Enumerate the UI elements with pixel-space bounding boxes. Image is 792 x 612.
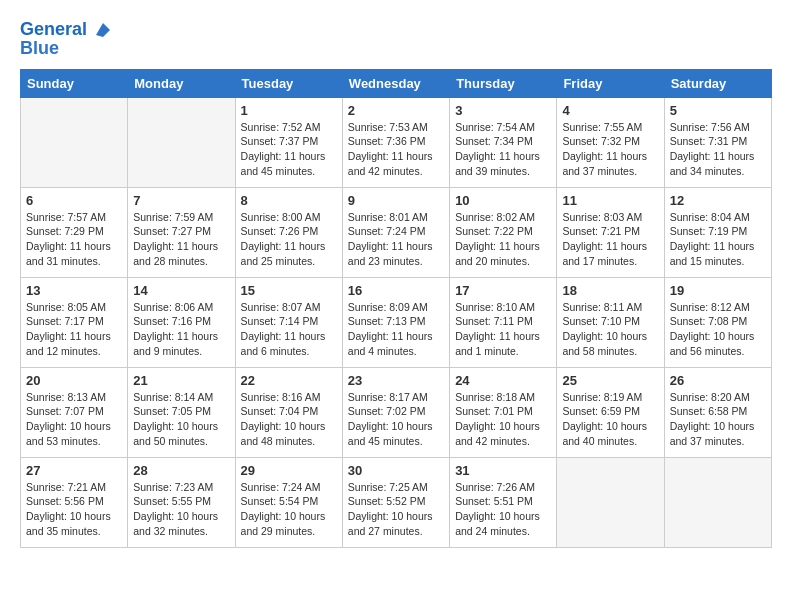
- day-number: 30: [348, 463, 444, 478]
- day-number: 6: [26, 193, 122, 208]
- day-info: Sunrise: 7:23 AMSunset: 5:55 PMDaylight:…: [133, 480, 229, 539]
- calendar-cell: 26Sunrise: 8:20 AMSunset: 6:58 PMDayligh…: [664, 367, 771, 457]
- calendar-cell: 9Sunrise: 8:01 AMSunset: 7:24 PMDaylight…: [342, 187, 449, 277]
- week-row-2: 6Sunrise: 7:57 AMSunset: 7:29 PMDaylight…: [21, 187, 772, 277]
- day-number: 14: [133, 283, 229, 298]
- logo-icon: [94, 21, 112, 39]
- calendar-cell: [128, 97, 235, 187]
- weekday-header-saturday: Saturday: [664, 69, 771, 97]
- calendar-cell: 2Sunrise: 7:53 AMSunset: 7:36 PMDaylight…: [342, 97, 449, 187]
- weekday-header-thursday: Thursday: [450, 69, 557, 97]
- weekday-header-monday: Monday: [128, 69, 235, 97]
- day-number: 25: [562, 373, 658, 388]
- day-number: 31: [455, 463, 551, 478]
- calendar-cell: 28Sunrise: 7:23 AMSunset: 5:55 PMDayligh…: [128, 457, 235, 547]
- day-number: 27: [26, 463, 122, 478]
- calendar-cell: 25Sunrise: 8:19 AMSunset: 6:59 PMDayligh…: [557, 367, 664, 457]
- calendar-cell: 31Sunrise: 7:26 AMSunset: 5:51 PMDayligh…: [450, 457, 557, 547]
- calendar-cell: 11Sunrise: 8:03 AMSunset: 7:21 PMDayligh…: [557, 187, 664, 277]
- day-info: Sunrise: 7:21 AMSunset: 5:56 PMDaylight:…: [26, 480, 122, 539]
- day-number: 13: [26, 283, 122, 298]
- day-info: Sunrise: 7:57 AMSunset: 7:29 PMDaylight:…: [26, 210, 122, 269]
- calendar-cell: 27Sunrise: 7:21 AMSunset: 5:56 PMDayligh…: [21, 457, 128, 547]
- calendar-cell: 21Sunrise: 8:14 AMSunset: 7:05 PMDayligh…: [128, 367, 235, 457]
- day-number: 4: [562, 103, 658, 118]
- day-number: 7: [133, 193, 229, 208]
- week-row-4: 20Sunrise: 8:13 AMSunset: 7:07 PMDayligh…: [21, 367, 772, 457]
- day-info: Sunrise: 7:53 AMSunset: 7:36 PMDaylight:…: [348, 120, 444, 179]
- day-number: 19: [670, 283, 766, 298]
- day-number: 26: [670, 373, 766, 388]
- day-number: 11: [562, 193, 658, 208]
- weekday-header-sunday: Sunday: [21, 69, 128, 97]
- day-number: 15: [241, 283, 337, 298]
- week-row-5: 27Sunrise: 7:21 AMSunset: 5:56 PMDayligh…: [21, 457, 772, 547]
- calendar-cell: 12Sunrise: 8:04 AMSunset: 7:19 PMDayligh…: [664, 187, 771, 277]
- weekday-header-wednesday: Wednesday: [342, 69, 449, 97]
- day-info: Sunrise: 8:12 AMSunset: 7:08 PMDaylight:…: [670, 300, 766, 359]
- day-info: Sunrise: 7:26 AMSunset: 5:51 PMDaylight:…: [455, 480, 551, 539]
- calendar-cell: [557, 457, 664, 547]
- day-number: 8: [241, 193, 337, 208]
- day-info: Sunrise: 8:03 AMSunset: 7:21 PMDaylight:…: [562, 210, 658, 269]
- day-number: 22: [241, 373, 337, 388]
- day-info: Sunrise: 7:24 AMSunset: 5:54 PMDaylight:…: [241, 480, 337, 539]
- day-info: Sunrise: 8:09 AMSunset: 7:13 PMDaylight:…: [348, 300, 444, 359]
- day-info: Sunrise: 7:52 AMSunset: 7:37 PMDaylight:…: [241, 120, 337, 179]
- calendar-cell: 15Sunrise: 8:07 AMSunset: 7:14 PMDayligh…: [235, 277, 342, 367]
- day-info: Sunrise: 8:06 AMSunset: 7:16 PMDaylight:…: [133, 300, 229, 359]
- day-number: 12: [670, 193, 766, 208]
- calendar-cell: 24Sunrise: 8:18 AMSunset: 7:01 PMDayligh…: [450, 367, 557, 457]
- day-info: Sunrise: 8:01 AMSunset: 7:24 PMDaylight:…: [348, 210, 444, 269]
- day-number: 29: [241, 463, 337, 478]
- day-number: 9: [348, 193, 444, 208]
- day-info: Sunrise: 8:20 AMSunset: 6:58 PMDaylight:…: [670, 390, 766, 449]
- header: General Blue: [20, 20, 772, 59]
- day-info: Sunrise: 8:07 AMSunset: 7:14 PMDaylight:…: [241, 300, 337, 359]
- day-info: Sunrise: 7:56 AMSunset: 7:31 PMDaylight:…: [670, 120, 766, 179]
- calendar-cell: 16Sunrise: 8:09 AMSunset: 7:13 PMDayligh…: [342, 277, 449, 367]
- day-info: Sunrise: 8:05 AMSunset: 7:17 PMDaylight:…: [26, 300, 122, 359]
- calendar-cell: 29Sunrise: 7:24 AMSunset: 5:54 PMDayligh…: [235, 457, 342, 547]
- weekday-header-tuesday: Tuesday: [235, 69, 342, 97]
- day-number: 2: [348, 103, 444, 118]
- calendar-cell: 17Sunrise: 8:10 AMSunset: 7:11 PMDayligh…: [450, 277, 557, 367]
- logo-blue: Blue: [20, 38, 112, 59]
- day-number: 20: [26, 373, 122, 388]
- weekday-header-row: SundayMondayTuesdayWednesdayThursdayFrid…: [21, 69, 772, 97]
- calendar-cell: [664, 457, 771, 547]
- day-number: 18: [562, 283, 658, 298]
- logo-text: General: [20, 20, 112, 40]
- weekday-header-friday: Friday: [557, 69, 664, 97]
- calendar-cell: 18Sunrise: 8:11 AMSunset: 7:10 PMDayligh…: [557, 277, 664, 367]
- calendar-cell: 10Sunrise: 8:02 AMSunset: 7:22 PMDayligh…: [450, 187, 557, 277]
- calendar-cell: 22Sunrise: 8:16 AMSunset: 7:04 PMDayligh…: [235, 367, 342, 457]
- day-info: Sunrise: 8:16 AMSunset: 7:04 PMDaylight:…: [241, 390, 337, 449]
- calendar-cell: 30Sunrise: 7:25 AMSunset: 5:52 PMDayligh…: [342, 457, 449, 547]
- day-number: 21: [133, 373, 229, 388]
- day-number: 17: [455, 283, 551, 298]
- calendar-table: SundayMondayTuesdayWednesdayThursdayFrid…: [20, 69, 772, 548]
- calendar-cell: [21, 97, 128, 187]
- day-info: Sunrise: 8:10 AMSunset: 7:11 PMDaylight:…: [455, 300, 551, 359]
- calendar-cell: 20Sunrise: 8:13 AMSunset: 7:07 PMDayligh…: [21, 367, 128, 457]
- day-number: 16: [348, 283, 444, 298]
- day-number: 3: [455, 103, 551, 118]
- logo: General Blue: [20, 20, 112, 59]
- calendar-cell: 19Sunrise: 8:12 AMSunset: 7:08 PMDayligh…: [664, 277, 771, 367]
- day-number: 23: [348, 373, 444, 388]
- day-info: Sunrise: 8:19 AMSunset: 6:59 PMDaylight:…: [562, 390, 658, 449]
- week-row-3: 13Sunrise: 8:05 AMSunset: 7:17 PMDayligh…: [21, 277, 772, 367]
- day-number: 1: [241, 103, 337, 118]
- calendar-cell: 3Sunrise: 7:54 AMSunset: 7:34 PMDaylight…: [450, 97, 557, 187]
- day-number: 24: [455, 373, 551, 388]
- day-number: 28: [133, 463, 229, 478]
- calendar-cell: 14Sunrise: 8:06 AMSunset: 7:16 PMDayligh…: [128, 277, 235, 367]
- day-info: Sunrise: 7:25 AMSunset: 5:52 PMDaylight:…: [348, 480, 444, 539]
- calendar-cell: 5Sunrise: 7:56 AMSunset: 7:31 PMDaylight…: [664, 97, 771, 187]
- day-info: Sunrise: 8:04 AMSunset: 7:19 PMDaylight:…: [670, 210, 766, 269]
- day-number: 5: [670, 103, 766, 118]
- day-info: Sunrise: 8:02 AMSunset: 7:22 PMDaylight:…: [455, 210, 551, 269]
- svg-marker-0: [96, 23, 110, 37]
- day-info: Sunrise: 8:14 AMSunset: 7:05 PMDaylight:…: [133, 390, 229, 449]
